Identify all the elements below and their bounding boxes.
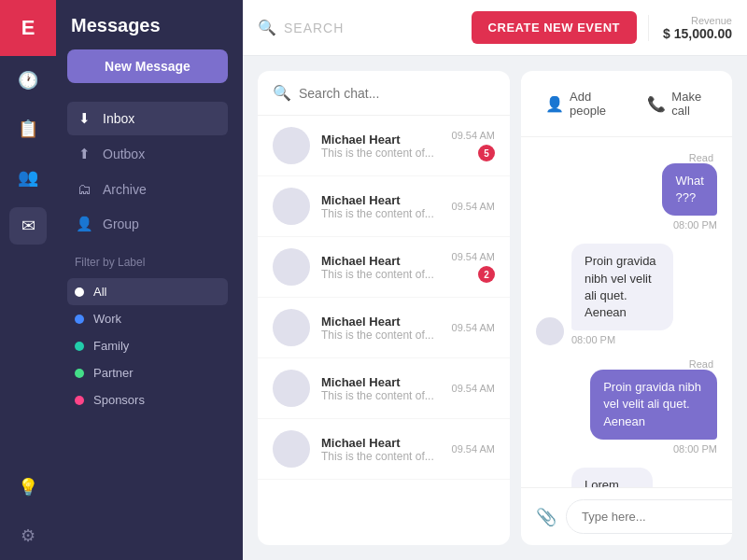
msg-bubble: Proin gravida nibh vel velit ali quet. A… bbox=[571, 244, 673, 330]
message-input-row: 📎 bbox=[521, 487, 732, 545]
chat-item[interactable]: Michael Heart This is the content of... … bbox=[258, 176, 510, 237]
label-partner: Partner bbox=[93, 366, 134, 380]
outbox-icon: ⬆ bbox=[75, 146, 93, 162]
nav-item-inbox[interactable]: ⬇ Inbox bbox=[67, 102, 228, 135]
top-bar: 🔍 SEARCH CREATE NEW EVENT Revenue $ 15,0… bbox=[243, 0, 747, 56]
outbox-label: Outbox bbox=[103, 147, 145, 161]
label-item-sponsors[interactable]: Sponsors bbox=[67, 386, 228, 413]
chat-search-icon: 🔍 bbox=[273, 84, 291, 102]
label-item-all[interactable]: All bbox=[67, 278, 228, 305]
chat-item[interactable]: Michael Heart This is the content of... … bbox=[258, 116, 510, 176]
chat-badge: 2 bbox=[478, 266, 495, 283]
msg-time: 08:00 PM bbox=[571, 334, 615, 345]
chat-avatar bbox=[273, 309, 310, 346]
message-row: Lorem ipsum....? 08:00 PM bbox=[536, 468, 717, 487]
label-item-work[interactable]: Work bbox=[67, 305, 228, 332]
chat-time: 09.54 AM bbox=[452, 251, 495, 262]
group-icon: 👤 bbox=[75, 216, 93, 232]
nav-item-group[interactable]: 👤 Group bbox=[67, 207, 228, 241]
mail-nav-icon[interactable]: ✉ bbox=[9, 207, 47, 245]
msg-time: 08:00 PM bbox=[673, 219, 717, 231]
chat-item[interactable]: Michael Heart This is the content of... … bbox=[258, 358, 510, 419]
dot-work bbox=[75, 315, 84, 324]
inbox-label: Inbox bbox=[103, 111, 134, 126]
logo: E bbox=[0, 0, 56, 56]
dot-sponsors bbox=[75, 396, 84, 405]
chat-item[interactable]: Michael Heart This is the content of... … bbox=[258, 298, 510, 358]
msg-avatar bbox=[536, 317, 564, 345]
chat-list-panel: 🔍 Michael Heart This is the content of..… bbox=[258, 71, 510, 545]
msg-group: Proin gravida nibh vel velit ali quet. A… bbox=[571, 244, 717, 345]
chat-info: Michael Heart This is the content of... bbox=[321, 133, 441, 160]
chat-name: Michael Heart bbox=[321, 193, 441, 207]
chat-time: 09.54 AM bbox=[452, 130, 495, 141]
label-work: Work bbox=[93, 312, 121, 326]
content-row: 🔍 Michael Heart This is the content of..… bbox=[243, 56, 747, 560]
label-family: Family bbox=[93, 339, 129, 353]
make-call-button[interactable]: 📞 Make call bbox=[638, 84, 717, 123]
label-sponsors: Sponsors bbox=[93, 393, 145, 407]
add-people-icon: 👤 bbox=[545, 95, 564, 113]
calendar-nav-icon[interactable]: 📋 bbox=[9, 110, 47, 147]
search-label: SEARCH bbox=[284, 21, 344, 35]
chat-info: Michael Heart This is the content of... bbox=[321, 254, 441, 281]
new-message-button[interactable]: New Message bbox=[67, 49, 228, 83]
chat-info: Michael Heart This is the content of... bbox=[321, 315, 441, 342]
search-area: 🔍 SEARCH bbox=[258, 19, 460, 36]
nav-item-archive[interactable]: 🗂 Archive bbox=[67, 173, 228, 205]
chat-meta: 09.54 AM bbox=[452, 322, 495, 333]
label-all: All bbox=[93, 285, 106, 299]
chat-preview: This is the content of... bbox=[321, 389, 441, 402]
chat-avatar bbox=[273, 370, 310, 407]
chat-avatar bbox=[273, 188, 310, 225]
chat-time: 09.54 AM bbox=[452, 383, 495, 394]
revenue-label: Revenue bbox=[662, 15, 732, 26]
people-nav-icon[interactable]: 👥 bbox=[9, 159, 47, 196]
msg-group: Read Proin gravida nibh vel velit ali qu… bbox=[536, 358, 717, 455]
message-input[interactable] bbox=[566, 499, 732, 534]
bulb-nav-icon[interactable]: 💡 bbox=[9, 469, 47, 506]
chat-meta: 09.54 AM bbox=[452, 383, 495, 394]
chat-info: Michael Heart This is the content of... bbox=[321, 375, 441, 402]
chat-preview: This is the content of... bbox=[321, 207, 441, 220]
dot-family bbox=[75, 342, 84, 351]
chat-name: Michael Heart bbox=[321, 436, 441, 450]
chat-time: 09.54 AM bbox=[452, 201, 495, 212]
chat-badge: 5 bbox=[478, 145, 495, 161]
chat-meta: 09.54 AM bbox=[452, 443, 495, 455]
chat-item[interactable]: Michael Heart This is the content of... … bbox=[258, 237, 510, 298]
msg-group: Read What ??? 08:00 PM bbox=[639, 152, 717, 231]
clock-nav-icon[interactable]: 🕐 bbox=[9, 62, 47, 99]
chat-info: Michael Heart This is the content of... bbox=[321, 193, 441, 220]
dot-partner bbox=[75, 369, 84, 378]
read-label: Read bbox=[689, 358, 713, 370]
msg-time: 08:00 PM bbox=[673, 443, 717, 455]
phone-icon: 📞 bbox=[647, 95, 666, 113]
msg-bubble: Lorem ipsum....? bbox=[571, 468, 653, 487]
attach-icon[interactable]: 📎 bbox=[536, 507, 557, 527]
chat-search-input[interactable] bbox=[299, 86, 495, 101]
nav-item-outbox[interactable]: ⬆ Outbox bbox=[67, 137, 228, 171]
label-item-family[interactable]: Family bbox=[67, 332, 228, 359]
create-event-button[interactable]: CREATE NEW EVENT bbox=[472, 11, 637, 44]
archive-label: Archive bbox=[103, 182, 147, 197]
revenue-value: $ 15,000.00 bbox=[662, 26, 732, 41]
gear-nav-icon[interactable]: ⚙ bbox=[9, 517, 47, 554]
message-row: Read Proin gravida nibh vel velit ali qu… bbox=[536, 358, 717, 455]
chat-info: Michael Heart This is the content of... bbox=[321, 436, 441, 463]
add-people-label: Add people bbox=[570, 90, 613, 118]
chat-search-bar[interactable]: 🔍 bbox=[258, 71, 510, 116]
left-panel: Messages New Message ⬇ Inbox ⬆ Outbox 🗂 … bbox=[56, 0, 243, 560]
message-row: Proin gravida nibh vel velit ali quet. A… bbox=[536, 244, 717, 345]
chat-item[interactable]: Michael Heart This is the content of... … bbox=[258, 419, 510, 480]
message-panel: 👤 Add people 📞 Make call Read What ??? 0… bbox=[521, 71, 732, 545]
label-item-partner[interactable]: Partner bbox=[67, 359, 228, 386]
msg-group: Lorem ipsum....? 08:00 PM bbox=[571, 468, 688, 487]
chat-name: Michael Heart bbox=[321, 315, 441, 329]
panel-title: Messages bbox=[67, 15, 228, 36]
chat-time: 09.54 AM bbox=[452, 322, 495, 333]
chat-meta: 09.54 AM bbox=[452, 201, 495, 212]
inbox-icon: ⬇ bbox=[75, 110, 93, 127]
add-people-button[interactable]: 👤 Add people bbox=[536, 84, 623, 123]
search-icon: 🔍 bbox=[258, 19, 276, 36]
